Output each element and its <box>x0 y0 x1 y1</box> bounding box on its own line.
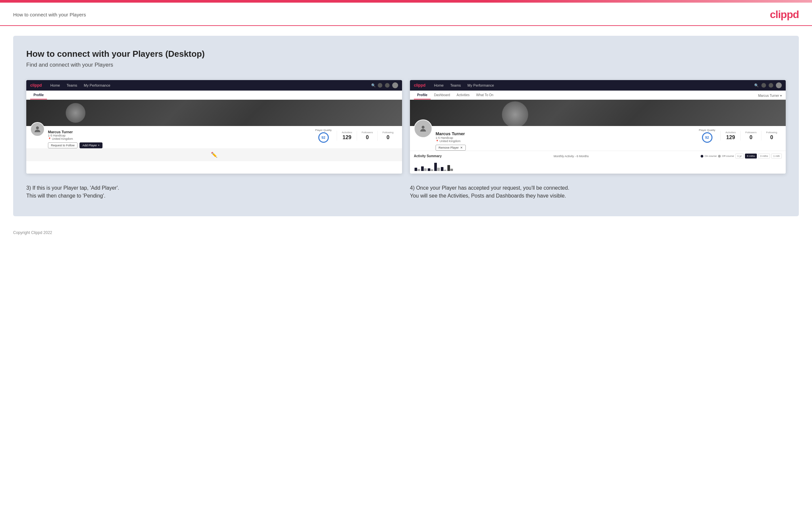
left-nav-performance[interactable]: My Performance <box>81 80 114 91</box>
left-quality-circle: 92 <box>318 132 329 143</box>
period-3mths-btn[interactable]: 3 mths <box>758 154 770 159</box>
left-nav-home[interactable]: Home <box>47 80 63 91</box>
chart-bar-off-6 <box>450 169 453 171</box>
right-nav-performance[interactable]: My Performance <box>464 80 497 91</box>
left-player-buttons: Request to Follow Add Player + <box>48 143 312 148</box>
right-nav-home[interactable]: Home <box>430 80 447 91</box>
right-stat-activities: Activities 129 <box>720 131 741 140</box>
search-icon[interactable]: 🔍 <box>371 83 375 87</box>
clippd-logo: clippd <box>770 8 799 21</box>
page-header: How to connect with your Players clippd <box>0 3 812 26</box>
left-bottom-area: ✏️ <box>26 148 402 161</box>
svg-point-0 <box>36 126 39 129</box>
left-player-info: Marcus Turner 1-5 Handicap 📍 United King… <box>48 130 312 148</box>
chart-bar-on-3 <box>428 168 430 171</box>
left-stat-activities: Activities 129 <box>337 131 357 140</box>
right-settings-icon[interactable] <box>769 83 773 88</box>
left-hero-image <box>26 100 402 126</box>
description-right: 4) Once your Player has accepted your re… <box>410 184 786 200</box>
left-navbar: clippd Home Teams My Performance 🔍 <box>26 80 402 91</box>
right-profile-top: Marcus Turner 1-5 Handicap 📍 United King… <box>414 129 782 151</box>
right-player-location: 📍 United Kingdom <box>436 139 696 143</box>
left-profile-top: Marcus Turner 1-5 Handicap 📍 United King… <box>30 129 398 148</box>
left-nav-icons: 🔍 <box>371 82 398 88</box>
chart-group-2 <box>421 166 427 171</box>
left-stats: Player Quality 92 Activities 129 Followe… <box>315 129 398 143</box>
page-header-title: How to connect with your Players <box>13 12 86 17</box>
tab-profile-right[interactable]: Profile <box>414 93 430 100</box>
left-nav-teams[interactable]: Teams <box>63 80 81 91</box>
page-footer: Copyright Clippd 2022 <box>0 226 812 242</box>
pencil-icon: ✏️ <box>211 152 217 158</box>
right-navbar: clippd Home Teams My Performance 🔍 <box>410 80 786 91</box>
chart-bar-off-3 <box>430 169 433 171</box>
request-follow-button[interactable]: Request to Follow <box>48 143 78 148</box>
screenshots-row: clippd Home Teams My Performance 🔍 Profi… <box>26 80 786 174</box>
activity-title: Activity Summary <box>414 154 442 158</box>
right-profile-section: Marcus Turner 1-5 Handicap 📍 United King… <box>410 126 786 151</box>
screenshot-left: clippd Home Teams My Performance 🔍 Profi… <box>26 80 402 174</box>
on-course-label: On course <box>705 155 717 158</box>
main-title: How to connect with your Players (Deskto… <box>26 49 786 59</box>
avatar-icon[interactable] <box>392 82 398 88</box>
add-player-button[interactable]: Add Player + <box>80 143 102 148</box>
right-avatar-icon[interactable] <box>776 82 782 88</box>
right-nav-teams[interactable]: Teams <box>447 80 464 91</box>
right-search-icon[interactable]: 🔍 <box>754 83 759 88</box>
chart-bar-off-5 <box>444 170 446 171</box>
user-icon[interactable] <box>378 83 383 88</box>
on-course-dot <box>701 155 703 158</box>
chart-group-3 <box>428 168 433 171</box>
tab-what-to-on-right[interactable]: What To On <box>473 93 497 100</box>
right-activity-header: Activity Summary Monthly Activity - 6 Mo… <box>414 154 782 159</box>
right-player-name: Marcus Turner <box>436 131 696 136</box>
right-player-handicap: 1-5 Handicap <box>436 136 696 139</box>
chart-bar-on-5 <box>441 167 444 171</box>
period-1mth-btn[interactable]: 1 mth <box>771 154 782 159</box>
right-player-dropdown[interactable]: Marcus Turner ▾ <box>758 94 782 100</box>
activity-chart <box>414 161 782 171</box>
period-6mths-btn[interactable]: 6 mths <box>745 154 757 159</box>
period-1yr-btn[interactable]: 1 yr <box>735 154 744 159</box>
footer-text: Copyright Clippd 2022 <box>13 230 52 235</box>
left-profile-section: Marcus Turner 1-5 Handicap 📍 United King… <box>26 126 402 148</box>
tab-dashboard-right[interactable]: Dashboard <box>430 93 453 100</box>
right-player-buttons: Remove Player ✕ <box>436 145 696 151</box>
left-player-handicap: 1-5 Handicap <box>48 134 312 137</box>
left-nav-logo: clippd <box>30 83 42 88</box>
left-stat-following: Following 0 <box>377 131 398 140</box>
chart-bar-on-1 <box>414 168 417 171</box>
right-stats: Player Quality 92 Activities 129 Followe… <box>699 129 782 143</box>
right-hero-image <box>410 100 786 126</box>
tab-activities-right[interactable]: Activities <box>453 93 473 100</box>
right-tabbar: Profile Dashboard Activities What To On … <box>410 91 786 100</box>
settings-icon[interactable] <box>385 83 390 88</box>
main-content: How to connect with your Players (Deskto… <box>13 36 799 216</box>
chart-bar-on-4 <box>434 163 437 171</box>
right-stat-followers: Followers 0 <box>741 131 761 140</box>
activity-period-label: Monthly Activity - 6 Months <box>554 155 589 158</box>
main-subtitle: Find and connect with your Players <box>26 62 786 68</box>
description-left: 3) If this is your Player tap, 'Add Play… <box>26 184 402 200</box>
left-stat-quality: Player Quality 92 <box>315 129 337 143</box>
top-accent-bar <box>0 0 812 3</box>
svg-point-1 <box>422 126 425 129</box>
right-nav-icons: 🔍 <box>754 82 782 88</box>
right-quality-circle: 92 <box>702 132 712 143</box>
left-tabbar: Profile <box>26 91 402 100</box>
off-course-dot <box>718 155 721 158</box>
right-nav-logo: clippd <box>414 83 425 88</box>
chart-bar-on-2 <box>421 166 424 171</box>
left-player-name: Marcus Turner <box>48 130 312 134</box>
left-stat-followers: Followers 0 <box>357 131 377 140</box>
chart-bar-on-6 <box>447 165 450 171</box>
descriptions-row: 3) If this is your Player tap, 'Add Play… <box>26 184 786 200</box>
off-course-label: Off course <box>722 155 734 158</box>
right-user-icon[interactable] <box>761 83 766 88</box>
tab-profile-left[interactable]: Profile <box>30 93 47 100</box>
screenshot-right: clippd Home Teams My Performance 🔍 Profi… <box>410 80 786 174</box>
chart-bar-off-4 <box>437 168 440 171</box>
remove-player-button[interactable]: Remove Player ✕ <box>436 145 466 151</box>
activity-controls: On course Off course 1 yr 6 mths 3 mths … <box>701 154 782 159</box>
right-stat-following: Following 0 <box>761 131 782 140</box>
